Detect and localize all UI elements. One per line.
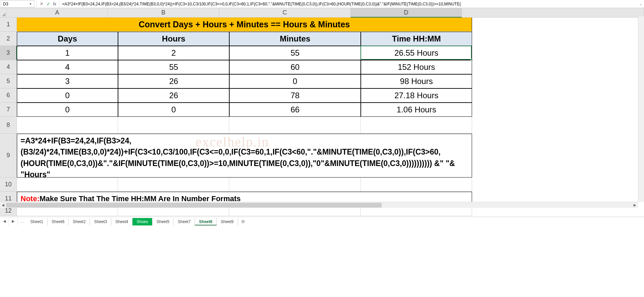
tab-scroll-left-icon[interactable]: ◀ bbox=[0, 217, 9, 225]
sheet-tab-sheet5[interactable]: Sheet5 bbox=[152, 218, 174, 226]
sheet-tab-sheet6[interactable]: Sheet6 bbox=[48, 218, 69, 226]
cancel-formula-button[interactable]: ✕ bbox=[38, 1, 45, 7]
row-header-8[interactable]: 8 bbox=[0, 117, 17, 134]
row-header-5[interactable]: 5 bbox=[0, 74, 17, 88]
row-header-4[interactable]: 4 bbox=[0, 60, 17, 74]
data-cell-r5-cB[interactable]: 26 bbox=[118, 74, 229, 88]
select-all-corner[interactable] bbox=[0, 8, 7, 18]
spreadsheet-area: ABCD 123456789101112 excelhelp.in Conver… bbox=[0, 8, 644, 217]
data-cell-r3-cC[interactable]: 55 bbox=[229, 46, 361, 60]
data-cell-r4-cC[interactable]: 60 bbox=[229, 60, 361, 74]
empty-cell[interactable] bbox=[229, 178, 361, 192]
header-hours[interactable]: Hours bbox=[118, 32, 229, 46]
dropdown-icon[interactable]: ▼ bbox=[29, 2, 32, 6]
sheet-tab-sheet2[interactable]: Sheet2 bbox=[69, 218, 90, 226]
column-headers: ABCD bbox=[0, 8, 644, 18]
scroll-left-icon[interactable]: ◀ bbox=[0, 202, 6, 208]
name-box[interactable]: D3 ▼ bbox=[1, 0, 34, 8]
header-minutes[interactable]: Minutes bbox=[229, 32, 361, 46]
sheet-tab-sheet8[interactable]: Sheet8 bbox=[195, 218, 216, 226]
confirm-formula-button[interactable]: ✓ bbox=[45, 1, 52, 7]
empty-cell[interactable] bbox=[361, 178, 472, 192]
row-headers: 123456789101112 bbox=[0, 18, 17, 216]
data-cell-r6-cC[interactable]: 78 bbox=[229, 88, 361, 103]
sheet-tabs: Sheet1Sheet6Sheet2Sheet3Sheet4ShoesSheet… bbox=[26, 217, 238, 226]
sheet-tab-sheet9[interactable]: Sheet9 bbox=[217, 218, 238, 226]
formula-bar: D3 ▼ ✕ ✓ fx =A3*24+IF(B3=24,24,IF(B3>24,… bbox=[0, 0, 644, 8]
add-sheet-button[interactable]: ⊕ bbox=[238, 219, 248, 224]
row-header-9[interactable]: 9 bbox=[0, 134, 17, 178]
fx-icon[interactable]: fx bbox=[53, 1, 56, 6]
expand-formula-bar-icon[interactable]: ⌄ bbox=[639, 2, 642, 6]
data-cell-r6-cA[interactable]: 0 bbox=[17, 88, 118, 103]
row-header-10[interactable]: 10 bbox=[0, 178, 17, 192]
vertical-scrollbar[interactable] bbox=[638, 16, 644, 202]
empty-cell[interactable] bbox=[17, 117, 118, 134]
name-box-value: D3 bbox=[3, 2, 8, 6]
data-cell-r4-cA[interactable]: 4 bbox=[17, 60, 118, 74]
divider bbox=[59, 1, 59, 7]
data-cell-r4-cB[interactable]: 55 bbox=[118, 60, 229, 74]
empty-cell[interactable] bbox=[361, 117, 472, 134]
header-days[interactable]: Days bbox=[17, 32, 118, 46]
row-header-7[interactable]: 7 bbox=[0, 103, 17, 117]
data-cell-r5-cC[interactable]: 0 bbox=[229, 74, 361, 88]
sheet-tab-sheet3[interactable]: Sheet3 bbox=[90, 218, 111, 226]
formula-input[interactable]: =A3*24+IF(B3=24,24,IF(B3>24,(B3/24)*24,T… bbox=[61, 2, 637, 6]
title-cell[interactable]: Convert Days + Hours + Minutes == Hours … bbox=[17, 18, 472, 32]
row-header-3[interactable]: 3 bbox=[0, 46, 17, 60]
data-cell-r7-cD[interactable]: 1.06 Hours bbox=[361, 103, 472, 117]
cells-grid[interactable]: excelhelp.in Convert Days + Hours + Minu… bbox=[17, 18, 472, 216]
divider bbox=[36, 1, 37, 7]
scrollbar-track[interactable] bbox=[6, 202, 632, 208]
sheet-tab-sheet7[interactable]: Sheet7 bbox=[174, 218, 195, 226]
scroll-right-icon[interactable]: ▶ bbox=[632, 202, 638, 208]
data-cell-r3-cD[interactable]: 26.55 Hours bbox=[361, 46, 472, 60]
sheet-tabs-bar: ◀ ▶ … Sheet1Sheet6Sheet2Sheet3Sheet4Shoe… bbox=[0, 217, 644, 225]
sheet-tab-shoes[interactable]: Shoes bbox=[133, 218, 152, 226]
scrollbar-thumb[interactable] bbox=[6, 203, 382, 208]
column-header-A[interactable]: A bbox=[7, 8, 108, 18]
data-cell-r6-cD[interactable]: 27.18 Hours bbox=[361, 88, 472, 103]
data-cell-r4-cD[interactable]: 152 Hours bbox=[361, 60, 472, 74]
horizontal-scrollbar[interactable]: ◀ ▶ bbox=[0, 202, 638, 208]
data-cell-r6-cB[interactable]: 26 bbox=[118, 88, 229, 103]
column-header-blank bbox=[462, 8, 644, 18]
data-cell-r5-cA[interactable]: 3 bbox=[17, 74, 118, 88]
data-cell-r7-cA[interactable]: 0 bbox=[17, 103, 118, 117]
empty-cell[interactable] bbox=[118, 117, 229, 134]
column-header-B[interactable]: B bbox=[108, 8, 219, 18]
fill-handle[interactable] bbox=[471, 59, 473, 61]
empty-cell[interactable] bbox=[229, 117, 361, 134]
data-cell-r3-cB[interactable]: 2 bbox=[118, 46, 229, 60]
sheet-tab-sheet4[interactable]: Sheet4 bbox=[111, 218, 133, 226]
row-header-1[interactable]: 1 bbox=[0, 18, 17, 32]
data-cell-r5-cD[interactable]: 98 Hours bbox=[361, 74, 472, 88]
row-header-6[interactable]: 6 bbox=[0, 88, 17, 103]
sheet-tab-sheet1[interactable]: Sheet1 bbox=[26, 218, 48, 226]
formula-display-cell[interactable]: =A3*24+IF(B3=24,24,IF(B3>24,(B3/24)*24,T… bbox=[17, 134, 472, 178]
header-timehhmm[interactable]: Time HH:MM bbox=[361, 32, 472, 46]
empty-cell[interactable] bbox=[118, 178, 229, 192]
empty-cell[interactable] bbox=[17, 178, 118, 192]
tab-scroll-right-icon[interactable]: ▶ bbox=[9, 217, 18, 225]
column-header-D[interactable]: D bbox=[351, 8, 462, 18]
column-header-C[interactable]: C bbox=[219, 8, 351, 18]
data-cell-r7-cC[interactable]: 66 bbox=[229, 103, 361, 117]
data-cell-r7-cB[interactable]: 0 bbox=[118, 103, 229, 117]
row-header-2[interactable]: 2 bbox=[0, 32, 17, 46]
tab-ellipsis-icon[interactable]: … bbox=[18, 217, 26, 225]
data-cell-r3-cA[interactable]: 1 bbox=[17, 46, 118, 60]
